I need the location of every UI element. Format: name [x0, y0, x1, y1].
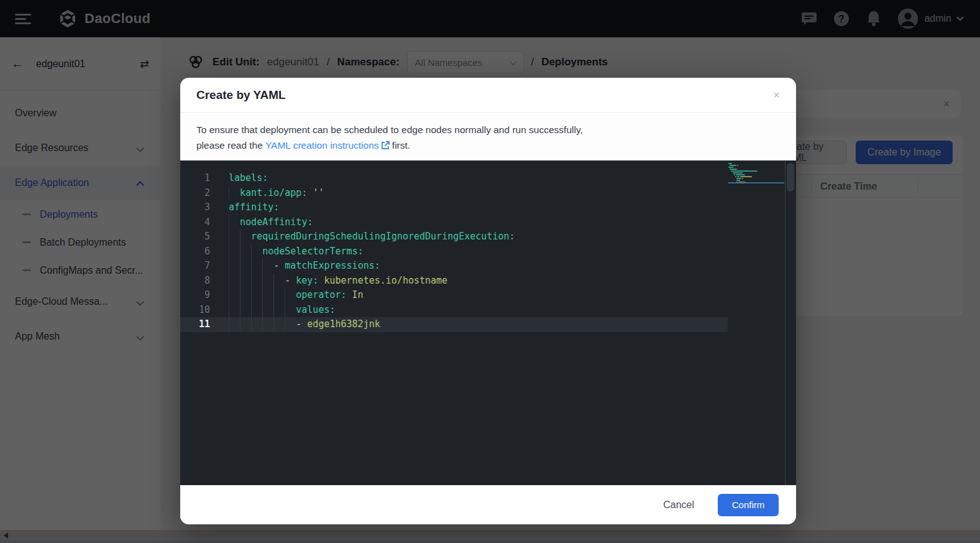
screen: DaoCloud ? admin ← edgeunit01: [0, 0, 980, 543]
editor-scrollbar-thumb[interactable]: [787, 163, 794, 192]
line-number: 2: [180, 186, 210, 201]
external-link-icon: [381, 141, 390, 150]
line-number: 6: [180, 244, 210, 259]
code-text: nodeAffinity:: [229, 215, 313, 230]
code-text: affinity:: [229, 200, 279, 215]
code-line[interactable]: 3affinity:: [180, 200, 728, 215]
line-number: 9: [180, 288, 210, 303]
code-text: kant.io/app: '': [229, 186, 324, 201]
line-number: 10: [180, 303, 210, 318]
cancel-button[interactable]: Cancel: [663, 499, 694, 511]
line-number: 5: [180, 230, 210, 244]
code-line[interactable]: 11- edge1h6382jnk: [180, 317, 728, 332]
code-line[interactable]: 7- matchExpressions:: [180, 259, 728, 274]
code-text: values:: [229, 303, 336, 318]
code-text: requiredDuringSchedulingIgnoredDuringExe…: [229, 230, 515, 244]
line-number: 1: [180, 171, 210, 186]
code-line[interactable]: 6nodeSelectorTerms:: [180, 244, 728, 259]
confirm-button[interactable]: Confirm: [718, 494, 779, 516]
code-text: nodeSelectorTerms:: [229, 244, 364, 259]
info-line1: To ensure that deployment can be schedul…: [196, 124, 583, 135]
yaml-editor[interactable]: 1labels:2kant.io/app: ''3affinity:4nodeA…: [180, 160, 796, 485]
code-line[interactable]: 1labels:: [180, 171, 728, 186]
modal-footer: Cancel Confirm: [180, 485, 796, 524]
editor-scrollbar[interactable]: [785, 160, 796, 485]
code-text: labels:: [229, 171, 268, 186]
code-line[interactable]: 5requiredDuringSchedulingIgnoredDuringEx…: [180, 230, 728, 244]
editor-minimap[interactable]: [728, 163, 784, 183]
line-number: 7: [180, 259, 210, 274]
line-number: 4: [180, 215, 210, 230]
info-text: To ensure that deployment can be schedul…: [196, 122, 631, 153]
create-by-yaml-modal: Create by YAML × To ensure that deployme…: [180, 78, 796, 524]
code-text: - edge1h6382jnk: [229, 317, 380, 332]
yaml-instructions-link[interactable]: YAML creation instructions: [265, 140, 379, 151]
code-text: - key: kubernetes.io/hostname: [229, 274, 447, 289]
line-number: 11: [180, 317, 210, 332]
minimap-current-line: [728, 182, 784, 183]
code-lines: 1labels:2kant.io/app: ''3affinity:4nodeA…: [180, 171, 728, 332]
info-suffix: first.: [390, 140, 411, 151]
code-line[interactable]: 4nodeAffinity:: [180, 215, 728, 230]
code-line[interactable]: 8- key: kubernetes.io/hostname: [180, 274, 728, 289]
code-line[interactable]: 10values:: [180, 303, 728, 318]
line-number: 3: [180, 200, 210, 215]
info-prefix: please read the: [196, 140, 265, 151]
code-text: - matchExpressions:: [229, 259, 380, 274]
line-number: 8: [180, 274, 210, 289]
code-text: operator: In: [229, 288, 364, 303]
modal-info-section: To ensure that deployment can be schedul…: [180, 113, 796, 160]
modal-title: Create by YAML: [196, 88, 286, 102]
close-icon[interactable]: ×: [773, 89, 780, 101]
code-line[interactable]: 2kant.io/app: '': [180, 186, 728, 201]
modal-header: Create by YAML ×: [180, 78, 796, 113]
code-line[interactable]: 9operator: In: [180, 288, 728, 303]
